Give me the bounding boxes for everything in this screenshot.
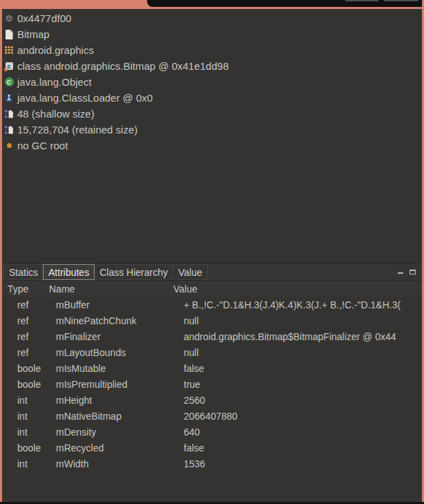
- table-row[interactable]: boole mIsPremultiplied true: [2, 376, 422, 392]
- cell-value: 2560: [184, 395, 422, 406]
- tab-statics[interactable]: Statics: [3, 264, 44, 280]
- gc-root-icon: [4, 140, 14, 151]
- inactive-tab-stub: [345, 0, 378, 1]
- size-icon: [4, 109, 14, 119]
- retained-size: 15,728,704 (retained size): [17, 124, 137, 136]
- cell-value: null: [184, 315, 422, 326]
- size-icon: [4, 124, 14, 135]
- list-item[interactable]: Bitmap: [4, 26, 422, 42]
- cell-name: mWidth: [56, 458, 184, 469]
- class-icon: c: [4, 61, 14, 71]
- maximize-icon[interactable]: [409, 270, 416, 274]
- package-icon: [4, 45, 14, 55]
- panel-left-border: [0, 0, 2, 502]
- table-row[interactable]: boole mIsMutable false: [2, 360, 422, 376]
- class-green-icon: C: [4, 77, 14, 87]
- cell-name: mIsMutable: [56, 363, 184, 374]
- cell-value: false: [184, 442, 422, 454]
- table-row[interactable]: ref mLayoutBounds null: [2, 344, 422, 360]
- table-row[interactable]: ref mFinalizer android.graphics.Bitmap$B…: [2, 328, 422, 344]
- top-bar: [147, 0, 424, 7]
- view-controls: [398, 264, 416, 280]
- attribute-rows: ref mBuffer + B.,!C.-"D.1&H.3(J.4)K.4)K.…: [2, 297, 422, 502]
- table-header: Type Name Value: [2, 281, 422, 297]
- package-name: android.graphics: [17, 44, 94, 56]
- gc-root-status: no GC root: [17, 140, 68, 151]
- table-row[interactable]: boole mRecycled false: [2, 440, 422, 456]
- class-simple-name: Bitmap: [17, 28, 50, 40]
- table-row[interactable]: int mHeight 2560: [2, 392, 422, 408]
- tab-value[interactable]: Value: [173, 264, 208, 280]
- classloader-name: java.lang.ClassLoader @ 0x0: [17, 92, 153, 104]
- cell-type: ref: [2, 299, 56, 310]
- cell-name: mLayoutBounds: [56, 347, 184, 358]
- table-row[interactable]: int mWidth 1536: [2, 456, 422, 472]
- cell-value: false: [184, 363, 422, 374]
- list-item[interactable]: C java.lang.Object: [4, 74, 422, 90]
- inspector-content: ⚙ 0x4477df00 Bitmap android.graphics: [2, 9, 422, 502]
- cell-value: null: [184, 347, 422, 358]
- cell-type: ref: [2, 315, 56, 326]
- tab-class-hierarchy[interactable]: Class Hierarchy: [94, 264, 173, 280]
- inspector-tab-bar: Statics Attributes Class Hierarchy Value: [2, 264, 422, 280]
- table-row[interactable]: ref mBuffer + B.,!C.-"D.1&H.3(J.4)K.4)K.…: [2, 297, 422, 312]
- cell-value: 640: [184, 427, 422, 438]
- cell-name: mFinalizer: [56, 331, 184, 342]
- column-header-name[interactable]: Name: [49, 283, 173, 295]
- cell-type: boole: [2, 363, 56, 374]
- tab-attributes[interactable]: Attributes: [43, 264, 95, 280]
- superclass-name: java.lang.Object: [17, 76, 92, 88]
- cell-type: int: [2, 458, 56, 469]
- document-icon: [4, 29, 14, 39]
- shallow-size: 48 (shallow size): [17, 108, 95, 120]
- list-item[interactable]: android.graphics: [4, 42, 422, 58]
- cell-value: 2066407880: [184, 411, 422, 422]
- cell-value: + B.,!C.-"D.1&H.3(J.4)K.4)K.3(J.+ B.,!C.…: [184, 299, 422, 310]
- list-item[interactable]: java.lang.ClassLoader @ 0x0: [4, 90, 422, 106]
- cell-name: mDensity: [56, 427, 184, 438]
- class-address: class android.graphics.Bitmap @ 0x41e1dd…: [17, 60, 229, 72]
- list-item[interactable]: 48 (shallow size): [4, 106, 422, 122]
- classloader-icon: [4, 93, 14, 103]
- minimize-icon[interactable]: [398, 272, 403, 274]
- cell-name: mIsPremultiplied: [56, 379, 184, 390]
- list-item[interactable]: no GC root: [4, 138, 422, 153]
- cell-type: int: [2, 395, 56, 406]
- cell-name: mNativeBitmap: [56, 411, 184, 422]
- list-item[interactable]: ⚙ 0x4477df00: [4, 10, 422, 26]
- list-item[interactable]: 15,728,704 (retained size): [4, 122, 422, 138]
- cell-type: int: [2, 427, 56, 438]
- table-row[interactable]: ref mNinePatchChunk null: [2, 312, 422, 328]
- object-summary-pane: ⚙ 0x4477df00 Bitmap android.graphics: [2, 9, 422, 263]
- table-row[interactable]: int mNativeBitmap 2066407880: [2, 408, 422, 424]
- object-icon: ⚙: [4, 13, 14, 24]
- cell-type: boole: [2, 442, 56, 454]
- list-item[interactable]: c class android.graphics.Bitmap @ 0x41e1…: [4, 58, 422, 74]
- cell-type: ref: [2, 347, 56, 358]
- cell-name: mNinePatchChunk: [56, 315, 184, 326]
- cell-type: int: [2, 411, 56, 422]
- cell-type: ref: [2, 331, 56, 342]
- column-header-value[interactable]: Value: [173, 283, 422, 295]
- table-row[interactable]: int mDensity 640: [2, 424, 422, 440]
- cell-name: mBuffer: [56, 299, 184, 310]
- cell-name: mRecycled: [56, 442, 184, 454]
- cell-value: android.graphics.Bitmap$BitmapFinalizer …: [184, 331, 422, 342]
- column-header-type[interactable]: Type: [2, 283, 49, 295]
- object-address: 0x4477df00: [17, 12, 71, 24]
- cell-type: boole: [2, 379, 56, 390]
- memory-analyzer-inspector-panel: ⚙ 0x4477df00 Bitmap android.graphics: [0, 0, 424, 504]
- cell-value: 1536: [184, 458, 422, 469]
- cell-value: true: [184, 379, 422, 390]
- inactive-tab-stub: [384, 0, 418, 1]
- cell-name: mHeight: [56, 395, 184, 406]
